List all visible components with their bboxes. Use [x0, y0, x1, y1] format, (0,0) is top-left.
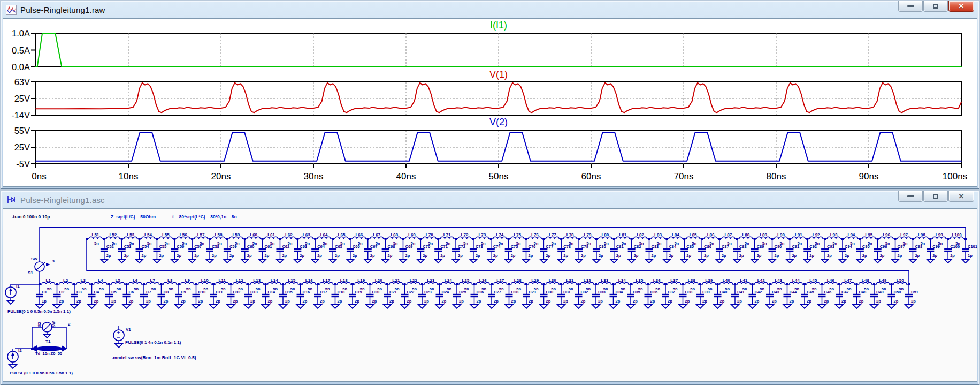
- capacitor-value[interactable]: 2p: [722, 253, 726, 258]
- capacitor-name[interactable]: C2: [59, 290, 65, 295]
- capacitor-name[interactable]: C85: [686, 244, 694, 249]
- capacitor-name[interactable]: C81: [616, 244, 624, 249]
- inductor-name[interactable]: L27: [496, 278, 504, 283]
- capacitor-name[interactable]: C89: [757, 244, 764, 249]
- capacitor-value[interactable]: 2p: [493, 253, 498, 258]
- capacitor-value[interactable]: 2p: [300, 253, 304, 258]
- inductor-name[interactable]: L24: [445, 278, 452, 283]
- close-button[interactable]: ✕: [948, 1, 974, 12]
- capacitor-value[interactable]: 1p: [42, 299, 47, 304]
- inductor-name[interactable]: L38: [688, 278, 695, 283]
- capacitor-value[interactable]: 2p: [807, 299, 811, 304]
- capacitor-value[interactable]: 2p: [268, 299, 273, 304]
- capacitor-name[interactable]: C9: [181, 290, 186, 295]
- inductor-name[interactable]: L60: [250, 232, 257, 237]
- capacitor-value[interactable]: 2p: [106, 253, 111, 258]
- capacitor-name[interactable]: C59: [229, 244, 237, 249]
- capacitor-value[interactable]: 2p: [546, 299, 551, 304]
- inductor-name[interactable]: L67: [373, 232, 380, 237]
- capacitor-value[interactable]: 2p: [581, 299, 586, 304]
- capacitor-name[interactable]: C96: [880, 244, 887, 249]
- inductor-name[interactable]: L75: [514, 232, 521, 237]
- capacitor-value[interactable]: 2p: [370, 253, 375, 258]
- capacitor-name[interactable]: C49: [876, 290, 884, 295]
- capacitor-value[interactable]: 2p: [424, 299, 429, 304]
- trace-label-I(I1)[interactable]: I(I1): [490, 20, 507, 31]
- capacitor-value[interactable]: 2p: [757, 253, 762, 258]
- inductor-name[interactable]: L65: [338, 232, 346, 237]
- capacitor-value[interactable]: 2p: [177, 253, 181, 258]
- capacitor-value[interactable]: 2p: [265, 253, 270, 258]
- capacitor-name[interactable]: C82: [634, 244, 641, 249]
- inductor-name[interactable]: L28: [514, 278, 522, 283]
- capacitor-value[interactable]: 2p: [142, 253, 147, 258]
- capacitor-name[interactable]: C93: [827, 244, 834, 249]
- capacitor-name[interactable]: C42: [755, 290, 762, 295]
- comment-delay[interactable]: t = 80*sqrt(L*C) = 80*0,1n = 8n: [172, 214, 237, 220]
- capacitor-value[interactable]: 2p: [862, 253, 867, 258]
- capacitor-value[interactable]: 2p: [303, 299, 308, 304]
- capacitor-C4[interactable]: C42p: [88, 284, 99, 308]
- capacitor-name[interactable]: C27: [494, 290, 501, 295]
- inductor-name[interactable]: L72: [461, 232, 469, 237]
- capacitor-value[interactable]: 2p: [181, 299, 186, 304]
- switch-name[interactable]: S1: [28, 270, 33, 275]
- capacitor-value[interactable]: 2p: [650, 299, 655, 304]
- inductor-name[interactable]: L16: [305, 278, 313, 283]
- capacitor-name[interactable]: C100: [950, 244, 960, 249]
- capacitor-value[interactable]: 2p: [616, 299, 621, 304]
- capacitor-C6[interactable]: C62p: [123, 284, 134, 308]
- capacitor-value[interactable]: 2p: [423, 253, 427, 258]
- capacitor-value[interactable]: 2p: [59, 299, 64, 304]
- capacitor-name[interactable]: C33: [598, 290, 606, 295]
- capacitor-name[interactable]: C88: [739, 244, 747, 249]
- node-label[interactable]: 2: [68, 322, 71, 327]
- capacitor-name[interactable]: C6: [129, 290, 134, 295]
- capacitor-name[interactable]: C65: [335, 244, 342, 249]
- switch-type[interactable]: SW: [31, 256, 38, 261]
- capacitor-name[interactable]: C15: [285, 290, 293, 295]
- inductor-name[interactable]: L54: [144, 232, 152, 237]
- inductor-name[interactable]: L91: [795, 232, 802, 237]
- capacitor-name[interactable]: C58: [212, 244, 219, 249]
- capacitor-value[interactable]: 2p: [194, 253, 199, 258]
- capacitor-value[interactable]: 2p: [634, 253, 639, 258]
- capacitor-name[interactable]: C52: [106, 244, 114, 249]
- capacitor-name[interactable]: C1: [42, 290, 47, 295]
- capacitor-name[interactable]: C95: [862, 244, 870, 249]
- capacitor-name[interactable]: C62: [282, 244, 289, 249]
- inductor-name[interactable]: L79: [584, 232, 592, 237]
- inductor-name[interactable]: L50: [897, 278, 904, 283]
- capacitor-name[interactable]: C24: [442, 290, 450, 295]
- i2-pulse-text[interactable]: PULSE(0 1 0 0.5n 0.5n 1.5n 1 1): [10, 371, 73, 375]
- capacitor-name[interactable]: C26: [477, 290, 484, 295]
- capacitor-value[interactable]: 2p: [792, 253, 797, 258]
- inductor-name[interactable]: L4: [98, 278, 103, 283]
- inductor-name[interactable]: L25: [462, 278, 469, 283]
- inductor-name[interactable]: L5: [116, 278, 121, 283]
- capacitor-name[interactable]: C84: [669, 244, 677, 249]
- capacitor-value[interactable]: 2p: [686, 253, 691, 258]
- inductor-name[interactable]: L39: [705, 278, 713, 283]
- inductor-name[interactable]: L29: [531, 278, 539, 283]
- capacitor-value[interactable]: 2p: [911, 299, 916, 304]
- capacitor-name[interactable]: C79: [581, 244, 588, 249]
- inductor-name[interactable]: L12: [236, 278, 243, 283]
- inductor-name[interactable]: L34: [618, 278, 626, 283]
- capacitor-value[interactable]: 2p: [932, 253, 937, 258]
- inductor-name[interactable]: L63: [303, 232, 310, 237]
- source-name[interactable]: I1: [16, 284, 20, 289]
- capacitor-name[interactable]: C29: [529, 290, 536, 295]
- inductor-name[interactable]: L43: [775, 278, 782, 283]
- capacitor-name[interactable]: C87: [722, 244, 729, 249]
- capacitor-name[interactable]: C46: [824, 290, 832, 295]
- inductor-value[interactable]: 5n: [99, 286, 104, 291]
- capacitor-value[interactable]: 2p: [212, 253, 217, 258]
- capacitor-name[interactable]: C74: [493, 244, 501, 249]
- waveform-viewer[interactable]: 1.0A0.5A0.0AI(I1)63V25V-14VV(1)55V25V-5V…: [3, 18, 977, 187]
- capacitor-C7[interactable]: C72p: [140, 284, 151, 308]
- capacitor-value[interactable]: 2p: [335, 253, 340, 258]
- capacitor-value[interactable]: 2p: [739, 253, 744, 258]
- capacitor-name[interactable]: C22: [407, 290, 415, 295]
- capacitor-name[interactable]: C19: [355, 290, 362, 295]
